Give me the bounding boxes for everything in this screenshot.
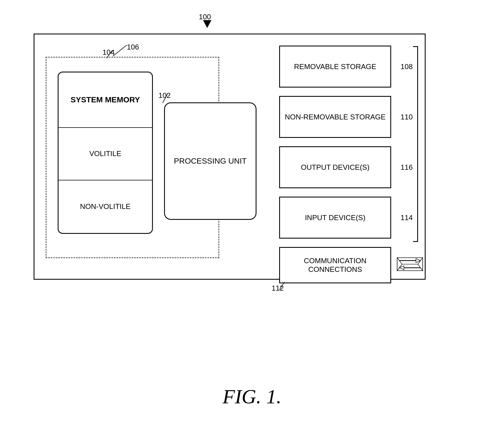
dashed-enclosure: 104 SYSTEM MEMORY VOLITILE NON-VOLITILE …: [46, 57, 219, 258]
svg-marker-0: [203, 20, 211, 28]
output-devices-label: OUTPUT DEVICE(S): [301, 163, 369, 172]
double-arrow-icon: [396, 256, 424, 275]
label-102-line: [163, 93, 174, 103]
non-removable-storage-box: NON-REMOVABLE STORAGE 110: [279, 96, 391, 138]
non-removable-storage-label: NON-REMOVABLE STORAGE: [285, 113, 386, 121]
volatile-section: VOLITILE: [59, 128, 152, 180]
removable-storage-box: REMOVABLE STORAGE 108: [279, 46, 391, 88]
system-memory-title: SYSTEM MEMORY: [59, 72, 152, 128]
non-volatile-section: NON-VOLITILE: [59, 180, 152, 233]
processing-unit-box: PROCESSING UNIT: [164, 102, 256, 220]
label-114: 114: [401, 213, 413, 222]
figure-label: FIG. 1.: [223, 385, 281, 408]
communication-connections-label: COMMUNICATION CONNECTIONS: [280, 256, 390, 274]
input-devices-box: INPUT DEVICE(S) 114: [279, 197, 391, 239]
main-outer-box: 106 104 SYSTEM MEMORY VOLITILE NON-VOLIT…: [34, 34, 426, 280]
label-108: 108: [401, 62, 413, 71]
arrow-100-icon: [203, 20, 211, 28]
diagram: 100 106 104 SYSTEM MEMORY VOLITILE NON-V…: [28, 28, 476, 364]
svg-line-3: [163, 93, 168, 103]
input-devices-label: INPUT DEVICE(S): [305, 213, 365, 222]
right-bracket: [413, 46, 418, 242]
svg-line-2: [107, 50, 112, 58]
system-memory-box: SYSTEM MEMORY VOLITILE NON-VOLITILE: [58, 72, 153, 234]
output-devices-box: OUTPUT DEVICE(S) 116: [279, 146, 391, 188]
removable-storage-label: REMOVABLE STORAGE: [294, 62, 376, 71]
label-112-line: [276, 282, 284, 290]
right-boxes-container: REMOVABLE STORAGE 108 NON-REMOVABLE STOR…: [279, 46, 391, 283]
svg-line-4: [279, 282, 284, 290]
label-116: 116: [401, 163, 413, 172]
communication-connections-box: COMMUNICATION CONNECTIONS 112: [279, 247, 391, 283]
label-110: 110: [401, 113, 413, 121]
label-104-line: [107, 50, 118, 59]
processing-unit-label: PROCESSING UNIT: [174, 157, 247, 166]
